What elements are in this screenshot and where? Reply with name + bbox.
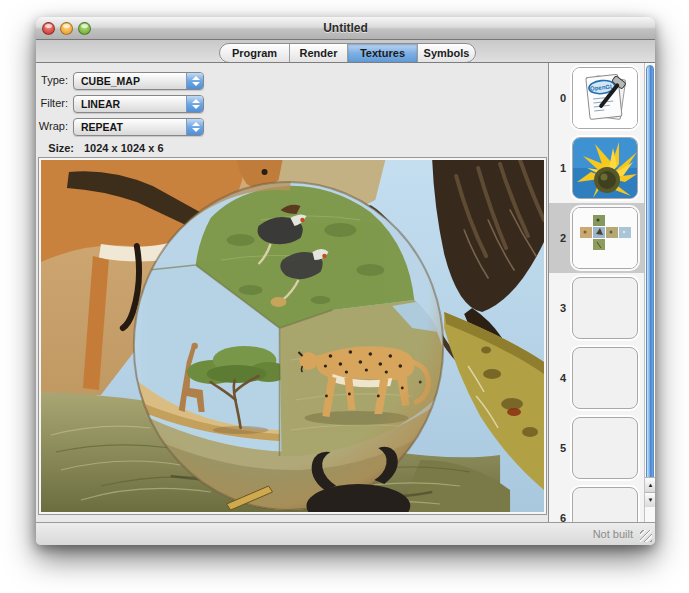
slot-number: 1 [549, 162, 566, 174]
view-tabs: Program Render Textures Symbols [219, 43, 476, 63]
wrap-popup[interactable]: REPEAT [73, 118, 204, 136]
texture-slot-list: 0 OpenGL [549, 63, 645, 522]
content-area: Type: CUBE_MAP Filter: LINEAR Wrap: REPE… [36, 62, 655, 522]
slot-number: 2 [549, 232, 566, 244]
scroll-down-arrow-icon[interactable]: ▼ [645, 492, 655, 507]
app-window: Untitled Program Render Textures Symbols… [36, 17, 655, 545]
sidebar-scrollbar[interactable]: ▲ ▼ [644, 63, 655, 522]
thumbnail-sunflower-photo[interactable] [572, 137, 638, 199]
sunflower-image [573, 138, 637, 198]
filter-popup-value: LINEAR [74, 96, 186, 112]
status-bar: Not built [36, 522, 655, 545]
thumbnail-empty[interactable] [572, 347, 638, 409]
resize-grip-icon[interactable] [640, 530, 652, 542]
tab-strip: Program Render Textures Symbols [36, 40, 655, 62]
popup-stepper-icon [186, 119, 203, 135]
slot-number: 0 [549, 92, 566, 104]
type-popup[interactable]: CUBE_MAP [73, 72, 204, 90]
type-popup-value: CUBE_MAP [74, 73, 186, 89]
type-label: Type: [36, 74, 68, 86]
thumbnail-opengl-shader-builder-icon[interactable]: OpenGL [572, 67, 638, 129]
opengl-document-hammer-icon: OpenGL [573, 68, 637, 128]
window-title: Untitled [36, 17, 655, 40]
thumbnail-cube-map-cross[interactable] [572, 207, 638, 269]
title-bar[interactable]: Untitled [36, 17, 655, 40]
tab-symbols[interactable]: Symbols [417, 44, 475, 62]
tab-program[interactable]: Program [220, 44, 289, 62]
texture-slot-4[interactable]: 4 [549, 343, 645, 413]
cube-map-cross-image [573, 208, 637, 268]
size-value: 1024 x 1024 x 6 [84, 142, 164, 154]
slot-number: 6 [549, 512, 566, 522]
wrap-label: Wrap: [36, 120, 68, 132]
texture-list-sidebar: 0 OpenGL [548, 63, 655, 522]
popup-stepper-icon [186, 73, 203, 89]
texture-slot-1[interactable]: 1 [549, 133, 645, 203]
thumbnail-empty[interactable] [572, 277, 638, 339]
filter-popup[interactable]: LINEAR [73, 95, 204, 113]
scroll-up-arrow-icon[interactable]: ▲ [645, 477, 655, 492]
build-status-text: Not built [593, 523, 633, 545]
scrollbar-thumb[interactable] [646, 65, 654, 489]
popup-stepper-icon [186, 96, 203, 112]
wrap-popup-value: REPEAT [74, 119, 186, 135]
slot-number: 3 [549, 302, 566, 314]
texture-preview-image [41, 160, 544, 512]
texture-slot-5[interactable]: 5 [549, 413, 645, 483]
texture-slot-0[interactable]: 0 OpenGL [549, 63, 645, 133]
slot-number: 5 [549, 442, 566, 454]
texture-slot-6[interactable]: 6 [549, 483, 645, 522]
texture-slot-2[interactable]: 2 [549, 203, 645, 273]
tab-render[interactable]: Render [289, 44, 347, 62]
texture-preview [38, 157, 547, 515]
thumbnail-empty[interactable] [572, 417, 638, 479]
thumbnail-empty[interactable] [572, 487, 638, 522]
filter-label: Filter: [36, 97, 68, 109]
tab-textures[interactable]: Textures [347, 44, 417, 62]
size-label: Size: [36, 142, 74, 154]
slot-number: 4 [549, 372, 566, 384]
texture-slot-3[interactable]: 3 [549, 273, 645, 343]
